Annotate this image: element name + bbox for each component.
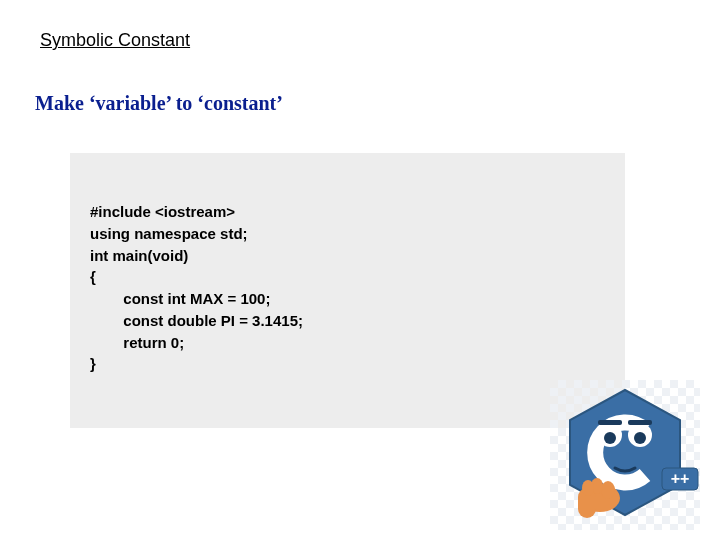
page-title: Symbolic Constant bbox=[40, 30, 190, 51]
mascot-label: ++ bbox=[671, 470, 690, 487]
subtitle: Make ‘variable’ to ‘constant’ bbox=[35, 92, 283, 115]
code-block: #include <iostream> using namespace std;… bbox=[70, 153, 625, 428]
cpp-mascot-icon: ++ bbox=[550, 380, 700, 530]
svg-rect-6 bbox=[598, 420, 622, 425]
code-text: #include <iostream> using namespace std;… bbox=[90, 201, 605, 375]
svg-point-13 bbox=[582, 480, 594, 496]
svg-point-4 bbox=[604, 432, 616, 444]
svg-rect-7 bbox=[628, 420, 652, 425]
svg-point-5 bbox=[634, 432, 646, 444]
svg-point-11 bbox=[601, 481, 615, 499]
